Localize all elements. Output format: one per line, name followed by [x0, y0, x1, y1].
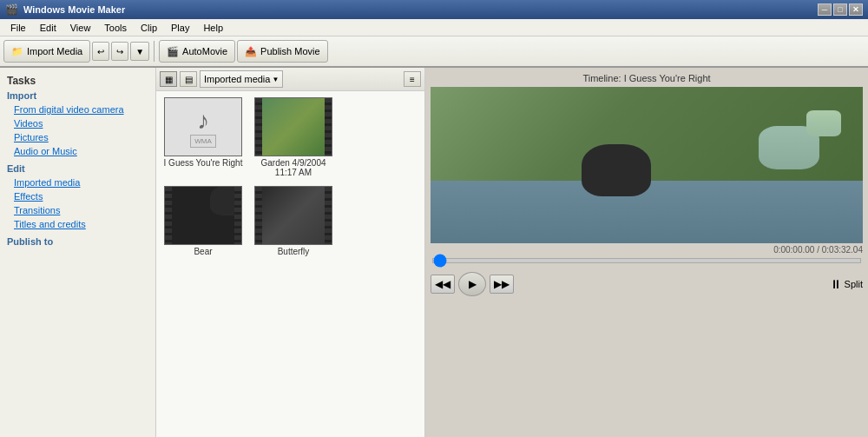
- main-area: Tasks Import From digital video camera V…: [0, 68, 868, 437]
- close-button[interactable]: ✕: [849, 3, 863, 16]
- menu-tools[interactable]: Tools: [97, 21, 134, 35]
- minimize-button[interactable]: ─: [818, 3, 832, 16]
- rewind-button[interactable]: ◀◀: [431, 275, 455, 294]
- separator: [154, 41, 155, 62]
- import-icon: 📁: [11, 46, 23, 57]
- publish-movie-button[interactable]: 📤 Publish Movie: [237, 40, 327, 63]
- redo-button[interactable]: ↪: [111, 42, 128, 61]
- task-imported-media[interactable]: Imported media: [3, 175, 152, 189]
- media-item-bear[interactable]: Bear: [160, 183, 247, 259]
- menu-help[interactable]: Help: [196, 21, 230, 35]
- split-label: Split: [845, 279, 863, 289]
- tasks-title: Tasks: [7, 75, 152, 87]
- menu-play[interactable]: Play: [164, 21, 196, 35]
- preview-panel: Timeline: I Guess You're Right 0:00:00.0…: [425, 68, 868, 437]
- publish-section: Publish to: [3, 236, 152, 247]
- media-filter-label: Imported media: [204, 74, 270, 84]
- automovie-button[interactable]: 🎬 AutoMovie: [159, 40, 235, 63]
- task-titles-credits[interactable]: Titles and credits: [3, 217, 152, 231]
- dropdown-arrow[interactable]: ▼: [130, 42, 149, 61]
- menu-view[interactable]: View: [63, 21, 98, 35]
- media-panel: ▦ ▤ Imported media ▼ ≡ ♪ WMA I Guess You…: [156, 68, 425, 437]
- maximize-button[interactable]: □: [833, 3, 847, 16]
- forward-button[interactable]: ▶▶: [490, 275, 514, 294]
- task-pictures[interactable]: Pictures: [3, 130, 152, 144]
- menu-clip[interactable]: Clip: [134, 21, 164, 35]
- task-audio[interactable]: Audio or Music: [3, 144, 152, 158]
- tasks-panel: Tasks Import From digital video camera V…: [0, 68, 156, 437]
- menu-bar: File Edit View Tools Clip Play Help: [0, 19, 868, 36]
- import-media-button[interactable]: 📁 Import Media: [3, 40, 90, 63]
- preview-title: Timeline: I Guess You're Right: [431, 73, 863, 83]
- task-videos[interactable]: Videos: [3, 116, 152, 130]
- edit-section-title: Edit: [7, 163, 152, 174]
- import-section: Import From digital video camera Videos …: [3, 90, 152, 158]
- preview-image: [431, 87, 863, 243]
- media-thumb-wma: ♪ WMA: [164, 97, 242, 156]
- dropdown-arrow-icon: ▼: [272, 76, 279, 83]
- publish-section-title: Publish to: [7, 236, 152, 247]
- media-toolbar: ▦ ▤ Imported media ▼ ≡: [156, 68, 424, 91]
- play-button[interactable]: ▶: [458, 272, 486, 296]
- task-effects[interactable]: Effects: [3, 189, 152, 203]
- sort-button[interactable]: ≡: [404, 71, 421, 87]
- media-thumb-bear: [164, 186, 242, 245]
- import-section-title: Import: [7, 90, 152, 101]
- toolbar: 📁 Import Media ↩ ↪ ▼ 🎬 AutoMovie 📤 Publi…: [0, 36, 868, 68]
- app-title: Windows Movie Maker: [23, 4, 818, 15]
- split-icon: ⏸: [830, 277, 842, 291]
- preview-controls: ◀◀ ▶ ▶▶ ⏸ Split: [431, 272, 863, 296]
- view-icon-button[interactable]: ▤: [180, 71, 197, 87]
- media-label-wma: I Guess You're Right: [164, 158, 243, 168]
- media-content: ♪ WMA I Guess You're Right Garden 4/9/20…: [156, 91, 424, 437]
- split-button[interactable]: ⏸ Split: [830, 277, 863, 291]
- window-controls: ─ □ ✕: [818, 3, 863, 16]
- media-thumb-butterfly: [254, 186, 332, 245]
- title-bar: 🎬 Windows Movie Maker ─ □ ✕: [0, 0, 868, 19]
- preview-screen: [431, 87, 863, 243]
- bear-silhouette: [582, 144, 651, 196]
- media-thumb-garden: [254, 97, 332, 156]
- app-icon: 🎬: [5, 3, 18, 16]
- media-filter-dropdown[interactable]: Imported media ▼: [200, 70, 283, 88]
- media-item-butterfly[interactable]: Butterfly: [250, 183, 337, 259]
- menu-edit[interactable]: Edit: [33, 21, 63, 35]
- task-digital-camera[interactable]: From digital video camera: [3, 103, 152, 116]
- view-detail-button[interactable]: ▦: [160, 71, 177, 87]
- publish-icon: 📤: [245, 46, 257, 57]
- media-label-bear: Bear: [194, 247, 212, 256]
- task-transitions[interactable]: Transitions: [3, 203, 152, 217]
- media-item-wma[interactable]: ♪ WMA I Guess You're Right: [160, 95, 247, 180]
- edit-section: Edit Imported media Effects Transitions …: [3, 163, 152, 231]
- media-label-butterfly: Butterfly: [278, 247, 310, 256]
- media-label-garden: Garden 4/9/2004 11:17 AM: [253, 158, 334, 177]
- undo-button[interactable]: ↩: [92, 42, 109, 61]
- preview-scrubber[interactable]: [432, 258, 861, 263]
- media-item-garden[interactable]: Garden 4/9/2004 11:17 AM: [250, 95, 337, 180]
- menu-file[interactable]: File: [3, 21, 33, 35]
- automovie-icon: 🎬: [167, 46, 179, 57]
